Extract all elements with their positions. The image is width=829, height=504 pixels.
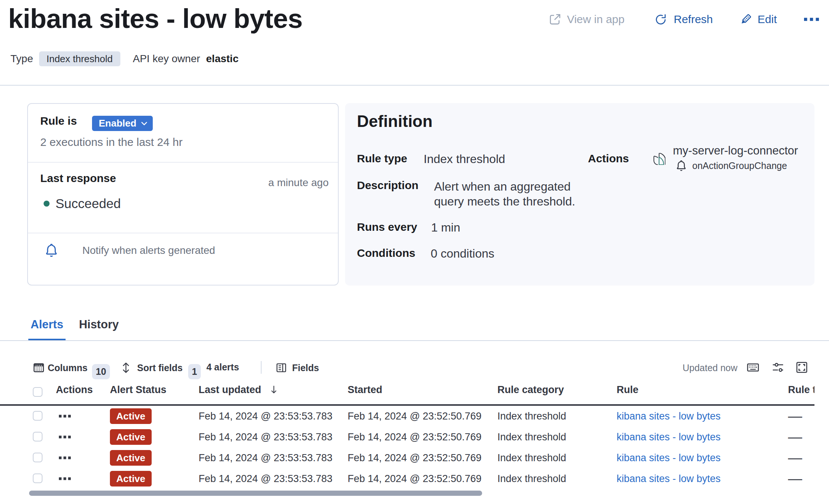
refresh-icon xyxy=(656,13,668,25)
bell-icon xyxy=(675,160,687,172)
notify-section: Notify when alerts generated xyxy=(28,233,338,285)
alert-status-badge: Active xyxy=(110,429,152,445)
cell-rule-link[interactable]: kibana sites - low bytes xyxy=(617,411,721,422)
edit-button[interactable]: Edit xyxy=(740,13,777,25)
page-title: kibana sites - low bytes xyxy=(8,3,303,34)
updated-status: Updated now xyxy=(683,363,737,373)
enabled-dropdown[interactable]: Enabled xyxy=(92,116,153,131)
select-all-checkbox[interactable] xyxy=(33,387,42,397)
boxes-horizontal-icon xyxy=(804,13,819,25)
table-row: ActiveFeb 14, 2024 @ 23:53:53.783Feb 14,… xyxy=(0,468,814,489)
description-value: Alert when an aggregated query meets the… xyxy=(434,179,576,209)
columns-button[interactable]: Columns xyxy=(33,362,88,374)
table-columns-icon xyxy=(33,362,45,374)
cell-rule-category: Index threshold xyxy=(497,431,566,443)
controls-icon xyxy=(772,361,784,374)
runs-every-label: Runs every xyxy=(357,221,417,233)
alert-status-badge: Active xyxy=(110,471,152,487)
keyboard-shortcuts-button[interactable] xyxy=(747,361,759,374)
cell-last-updated: Feb 14, 2024 @ 23:53:53.783 xyxy=(199,473,332,485)
header-rule[interactable]: Rule xyxy=(617,384,639,396)
header-rule-category[interactable]: Rule category xyxy=(497,384,564,396)
cell-rule-link[interactable]: kibana sites - low bytes xyxy=(617,431,721,443)
alerts-table: Actions Alert Status Last updated Starte… xyxy=(0,380,814,489)
header-actions[interactable]: Actions xyxy=(56,384,93,396)
cell-rule-link[interactable]: kibana sites - low bytes xyxy=(617,473,721,485)
external-link-icon xyxy=(549,13,561,25)
definition-title: Definition xyxy=(357,112,433,131)
alerts-toolbar: Columns 10 Sort fields 1 4 alerts Fields… xyxy=(0,359,829,377)
header-alert-status[interactable]: Alert Status xyxy=(110,384,167,396)
cell-rule-link[interactable]: kibana sites - low bytes xyxy=(617,452,721,464)
display-options-button[interactable] xyxy=(772,361,784,374)
boxes-horizontal-icon xyxy=(58,410,71,422)
connector-name: my-server-log-connector xyxy=(673,144,798,157)
row-checkbox[interactable] xyxy=(33,432,42,441)
cell-rule-category: Index threshold xyxy=(497,411,566,422)
conditions-value: 0 conditions xyxy=(431,247,494,261)
action-connector: my-server-log-connector onActionGroupCha… xyxy=(654,144,798,172)
rule-status-panel: Rule is Enabled 2 executions in the last… xyxy=(27,103,339,286)
api-key-owner-label: API key owner xyxy=(133,53,200,65)
row-actions-button[interactable] xyxy=(58,431,71,443)
description-label: Description xyxy=(357,179,418,192)
sort-fields-button[interactable]: Sort fields xyxy=(120,362,183,374)
cell-last-updated: Feb 14, 2024 @ 23:53:53.783 xyxy=(199,431,332,443)
sort-arrow-down-icon xyxy=(269,384,279,395)
connector-action-group: onActionGroupChange xyxy=(692,160,787,171)
cell-rule-tags: — xyxy=(788,429,802,445)
cell-started: Feb 14, 2024 @ 23:52:50.769 xyxy=(348,411,481,422)
more-actions-button[interactable] xyxy=(804,13,819,25)
horizontal-scrollbar-thumb[interactable] xyxy=(29,491,482,496)
cell-rule-tags: — xyxy=(788,471,802,487)
bell-icon xyxy=(44,243,58,258)
last-response-time: a minute ago xyxy=(268,177,329,189)
boxes-horizontal-icon xyxy=(58,431,71,443)
tabs: Alerts History xyxy=(28,316,121,341)
table-header-row: Actions Alert Status Last updated Starte… xyxy=(0,380,814,406)
table-row: ActiveFeb 14, 2024 @ 23:53:53.783Feb 14,… xyxy=(0,406,814,427)
table-row: ActiveFeb 14, 2024 @ 23:53:53.783Feb 14,… xyxy=(0,427,814,447)
alert-status-badge: Active xyxy=(110,450,152,466)
actions-label: Actions xyxy=(588,152,629,165)
cell-rule-tags: — xyxy=(788,408,802,424)
row-actions-button[interactable] xyxy=(58,452,71,464)
row-checkbox[interactable] xyxy=(33,473,42,483)
rule-is-label: Rule is xyxy=(40,115,77,127)
header-last-updated[interactable]: Last updated xyxy=(199,384,279,396)
alerts-count: 4 alerts xyxy=(206,362,239,373)
cell-started: Feb 14, 2024 @ 23:52:50.769 xyxy=(348,452,481,464)
row-checkbox[interactable] xyxy=(33,411,42,421)
tab-alerts[interactable]: Alerts xyxy=(28,316,66,341)
sort-icon xyxy=(120,362,132,374)
tab-history[interactable]: History xyxy=(77,316,121,341)
fields-button[interactable]: Fields xyxy=(275,362,319,374)
header-started[interactable]: Started xyxy=(348,384,382,396)
alert-status-badge: Active xyxy=(110,408,152,424)
rule-meta-row: Type Index threshold API key owner elast… xyxy=(10,51,238,66)
definition-panel: Definition Rule type Index threshold Des… xyxy=(345,103,814,286)
type-label: Type xyxy=(10,53,33,65)
refresh-button[interactable]: Refresh xyxy=(656,13,713,25)
row-actions-button[interactable] xyxy=(58,473,71,485)
rule-details-page: kibana sites - low bytes View in app Ref… xyxy=(0,0,829,504)
cell-rule-category: Index threshold xyxy=(497,473,566,485)
enabled-label: Enabled xyxy=(99,118,136,129)
boxes-horizontal-icon xyxy=(58,452,71,464)
rule-type-label: Rule type xyxy=(357,152,407,165)
fullscreen-button[interactable] xyxy=(795,361,808,374)
boxes-horizontal-icon xyxy=(58,473,71,485)
executions-text: 2 executions in the last 24 hr xyxy=(40,136,183,149)
row-actions-button[interactable] xyxy=(58,410,71,422)
table-row: ActiveFeb 14, 2024 @ 23:53:53.783Feb 14,… xyxy=(0,447,814,468)
page-header: kibana sites - low bytes View in app Ref… xyxy=(0,0,829,45)
toolbar-divider xyxy=(261,361,262,374)
logs-connector-icon xyxy=(654,153,665,165)
view-in-app-button[interactable]: View in app xyxy=(549,13,625,25)
runs-every-value: 1 min xyxy=(431,221,460,235)
header-rule-tags[interactable]: Rule tags xyxy=(788,384,814,396)
row-checkbox[interactable] xyxy=(33,453,42,462)
notify-text: Notify when alerts generated xyxy=(82,245,215,256)
success-dot-icon xyxy=(44,201,50,207)
cell-rule-category: Index threshold xyxy=(497,452,566,464)
